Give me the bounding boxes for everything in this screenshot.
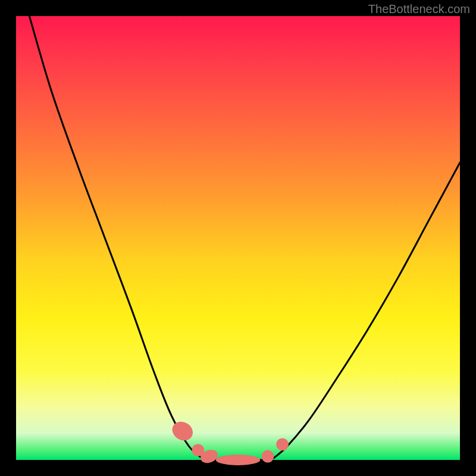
curve-layer: [16, 16, 460, 460]
curve-left-branch: [29, 16, 205, 460]
trough-marker-3: [216, 455, 261, 465]
trough-marker-5: [276, 438, 289, 450]
trough-marker-0: [169, 418, 196, 444]
curve-right-branch: [271, 162, 460, 460]
plot-area: [16, 16, 460, 460]
chart-frame: TheBottleneck.com: [0, 0, 476, 476]
trough-marker-4: [262, 450, 274, 463]
watermark-text: TheBottleneck.com: [368, 2, 470, 16]
